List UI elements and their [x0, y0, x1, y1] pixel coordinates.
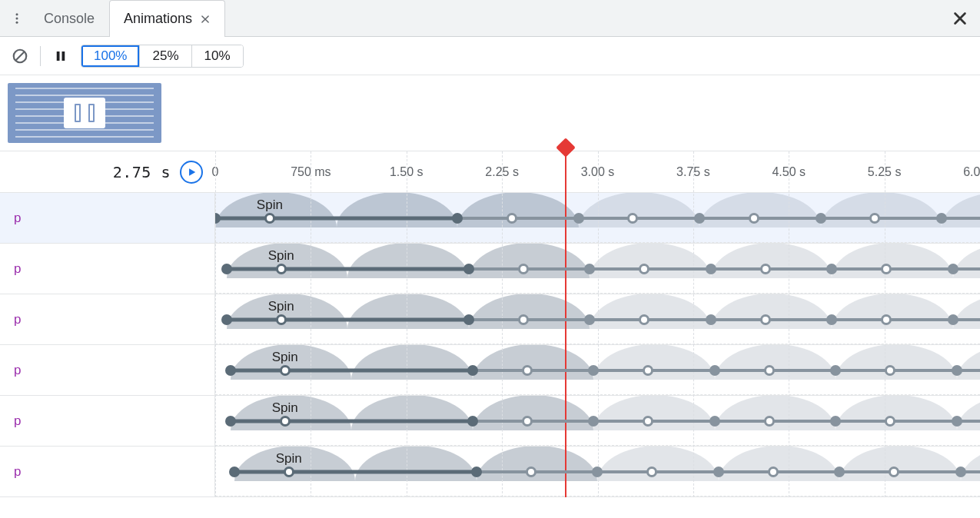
keyframe-start[interactable]	[221, 264, 232, 274]
keyframe-end[interactable]	[830, 416, 841, 427]
keyframe-end[interactable]	[584, 264, 595, 274]
play-button[interactable]	[180, 161, 203, 184]
speed-100-button[interactable]: 100%	[81, 45, 139, 67]
node-name[interactable]: p	[0, 396, 215, 446]
more-icon[interactable]	[5, 6, 29, 31]
tab-console[interactable]: Console	[29, 0, 109, 37]
iteration-bar-future[interactable]	[477, 470, 980, 473]
keyframe-mid[interactable]	[749, 213, 759, 224]
iteration-bar-active[interactable]	[231, 368, 473, 372]
keyframe-mid[interactable]	[768, 467, 779, 477]
node-name[interactable]: p	[0, 193, 215, 243]
keyframe-end[interactable]	[588, 416, 599, 427]
time-scale[interactable]: 0750 ms1.50 s2.25 s3.00 s3.75 s4.50 s5.2…	[215, 151, 980, 192]
clear-button[interactable]	[8, 44, 32, 68]
keyframe-end[interactable]	[955, 467, 966, 477]
keyframe-end[interactable]	[826, 314, 837, 325]
keyframe-end[interactable]	[713, 467, 724, 477]
keyframe-mid[interactable]	[760, 314, 771, 325]
keyframe-mid[interactable]	[869, 213, 880, 224]
node-name[interactable]: p	[0, 345, 215, 395]
node-name[interactable]: p	[0, 294, 215, 344]
track-lane[interactable]: Spin	[215, 447, 980, 496]
track-lane[interactable]: Spin	[215, 345, 980, 395]
keyframe-mid[interactable]	[889, 467, 899, 477]
iteration-bar-future[interactable]	[469, 267, 980, 271]
keyframe-mid[interactable]	[526, 467, 537, 477]
keyframe-mid[interactable]	[639, 314, 649, 325]
close-drawer-button[interactable]	[945, 3, 975, 34]
keyframe-end[interactable]	[948, 314, 958, 325]
keyframe-end[interactable]	[706, 314, 716, 325]
keyframe-end[interactable]	[952, 365, 962, 376]
keyframe-end[interactable]	[709, 416, 720, 427]
iteration-bar-active[interactable]	[215, 216, 457, 220]
track-lane[interactable]: Spin	[215, 396, 980, 446]
keyframe-end[interactable]	[584, 314, 595, 325]
iteration-bar-future[interactable]	[473, 369, 980, 372]
tab-animations[interactable]: Animations	[109, 0, 225, 37]
iteration-bar-future[interactable]	[473, 420, 980, 423]
node-name[interactable]: p	[0, 244, 215, 294]
keyframe-mid[interactable]	[280, 416, 291, 427]
keyframe-mid[interactable]	[284, 467, 294, 477]
keyframe-start[interactable]	[221, 314, 232, 325]
speed-25-button[interactable]: 25%	[139, 45, 191, 67]
iteration-bar-active[interactable]	[227, 267, 469, 271]
track-lane[interactable]: Spin	[215, 244, 980, 294]
keyframe-mid[interactable]	[764, 365, 775, 376]
keyframe-end[interactable]	[463, 314, 474, 325]
keyframe-mid[interactable]	[764, 416, 775, 427]
keyframe-end[interactable]	[709, 365, 720, 376]
keyframe-mid[interactable]	[522, 416, 533, 427]
keyframe-mid[interactable]	[276, 264, 287, 274]
keyframe-mid[interactable]	[646, 467, 657, 477]
keyframe-mid[interactable]	[518, 314, 529, 325]
keyframe-start[interactable]	[229, 467, 240, 477]
iteration-bar-active[interactable]	[227, 317, 469, 321]
keyframe-end[interactable]	[588, 365, 599, 376]
iteration-bar-active[interactable]	[234, 470, 477, 473]
keyframe-end[interactable]	[830, 365, 841, 376]
keyframe-mid[interactable]	[276, 314, 287, 325]
keyframe-end[interactable]	[936, 213, 947, 224]
keyframe-mid[interactable]	[280, 365, 291, 376]
node-name[interactable]: p	[0, 447, 215, 496]
keyframe-end[interactable]	[467, 416, 478, 427]
iteration-bar-active[interactable]	[231, 419, 473, 423]
keyframe-end[interactable]	[816, 213, 826, 224]
keyframe-end[interactable]	[573, 213, 584, 224]
keyframe-mid[interactable]	[507, 213, 517, 224]
keyframe-mid[interactable]	[881, 264, 892, 274]
speed-10-button[interactable]: 10%	[191, 45, 243, 67]
keyframe-mid[interactable]	[885, 365, 895, 376]
pause-all-button[interactable]	[48, 44, 73, 68]
keyframe-mid[interactable]	[639, 264, 649, 274]
keyframe-mid[interactable]	[881, 314, 892, 325]
keyframe-mid[interactable]	[885, 416, 895, 427]
keyframe-end[interactable]	[706, 264, 716, 274]
animation-buffer-thumbnail[interactable]	[8, 83, 161, 143]
track-lane[interactable]: Spin	[215, 193, 980, 243]
keyframe-mid[interactable]	[760, 264, 771, 274]
keyframe-end[interactable]	[463, 264, 474, 274]
keyframe-mid[interactable]	[643, 416, 653, 427]
keyframe-end[interactable]	[592, 467, 603, 477]
keyframe-start[interactable]	[225, 365, 236, 376]
keyframe-end[interactable]	[952, 416, 962, 427]
keyframe-mid[interactable]	[264, 213, 275, 224]
keyframe-end[interactable]	[452, 213, 463, 224]
keyframe-end[interactable]	[826, 264, 837, 274]
keyframe-end[interactable]	[694, 213, 705, 224]
iteration-bar-future[interactable]	[469, 318, 980, 321]
keyframe-mid[interactable]	[627, 213, 638, 224]
keyframe-end[interactable]	[467, 365, 478, 376]
track-lane[interactable]: Spin	[215, 294, 980, 344]
iteration-bar-future[interactable]	[457, 217, 980, 220]
keyframe-mid[interactable]	[522, 365, 533, 376]
keyframe-mid[interactable]	[518, 264, 529, 274]
keyframe-mid[interactable]	[643, 365, 653, 376]
keyframe-end[interactable]	[471, 467, 482, 477]
keyframe-end[interactable]	[948, 264, 958, 274]
keyframe-start[interactable]	[225, 416, 236, 427]
